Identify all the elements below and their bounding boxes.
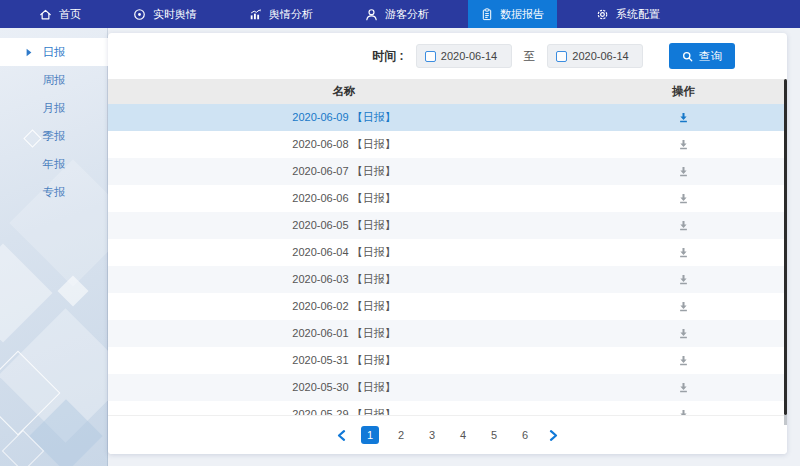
sidebar-item-label: 年报 (43, 157, 66, 172)
table-row[interactable]: 2020-06-02 【日报】 (108, 293, 787, 320)
sidebar-item-label: 月报 (43, 101, 66, 116)
table-body: 2020-06-09 【日报】 2020-06-08 【日报】 2020-06-… (108, 104, 787, 415)
sidebar-pattern (57, 275, 88, 306)
end-date-input[interactable]: 2020-06-14 (547, 44, 643, 68)
download-icon[interactable] (678, 328, 689, 339)
table-row[interactable]: 2020-06-05 【日报】 (108, 212, 787, 239)
report-name[interactable]: 2020-06-07 【日报】 (108, 164, 580, 179)
sidebar-item[interactable]: 专报 (0, 178, 108, 206)
filter-bar: 时间 : 2020-06-14 至 2020-06-14 查询 (108, 33, 787, 79)
page-button[interactable]: 2 (392, 426, 410, 444)
scrollbar-track (784, 415, 787, 425)
nav-item-label: 数据报告 (500, 7, 544, 22)
nav-item[interactable]: 数据报告 (468, 0, 557, 28)
report-name[interactable]: 2020-06-02 【日报】 (108, 299, 580, 314)
sidebar-pattern (0, 308, 108, 442)
content-card: 时间 : 2020-06-14 至 2020-06-14 查询 名称 操作 20… (108, 33, 787, 454)
sidebar-item-label: 日报 (43, 45, 66, 60)
to-label: 至 (524, 49, 536, 64)
table-row[interactable]: 2020-06-01 【日报】 (108, 320, 787, 347)
eye-icon (133, 8, 146, 21)
report-name[interactable]: 2020-06-06 【日报】 (108, 191, 580, 206)
search-button[interactable]: 查询 (669, 43, 735, 69)
search-icon (682, 51, 693, 62)
table-row[interactable]: 2020-06-07 【日报】 (108, 158, 787, 185)
nav-item[interactable]: 游客分析 (352, 0, 442, 28)
table-row[interactable]: 2020-06-08 【日报】 (108, 131, 787, 158)
date-checkbox-icon (556, 51, 567, 62)
sidebar: 日报 周报 月报 季报 年报 专报 (0, 28, 108, 466)
report-name[interactable]: 2020-06-05 【日报】 (108, 218, 580, 233)
download-icon[interactable] (678, 220, 689, 231)
nav-item[interactable]: 舆情分析 (236, 0, 326, 28)
search-button-label: 查询 (699, 49, 722, 64)
download-icon[interactable] (678, 247, 689, 258)
sidebar-pattern (0, 351, 60, 436)
gear-icon (596, 8, 609, 21)
download-icon[interactable] (678, 193, 689, 204)
download-icon[interactable] (678, 409, 689, 415)
page-button[interactable]: 6 (516, 426, 534, 444)
download-icon[interactable] (678, 274, 689, 285)
column-header-name: 名称 (108, 84, 580, 99)
column-header-action: 操作 (580, 84, 787, 99)
sidebar-item[interactable]: 月报 (0, 94, 108, 122)
download-icon[interactable] (678, 139, 689, 150)
report-name[interactable]: 2020-05-31 【日报】 (108, 353, 580, 368)
chevron-right-icon[interactable] (547, 430, 560, 441)
nav-item-label: 游客分析 (385, 7, 429, 22)
page-button[interactable]: 3 (423, 426, 441, 444)
sidebar-item[interactable]: 年报 (0, 150, 108, 178)
bar-chart-icon (249, 8, 262, 21)
time-filter-label: 时间 : (372, 48, 403, 65)
report-name[interactable]: 2020-05-29 【日报】 (108, 407, 580, 415)
report-name[interactable]: 2020-05-30 【日报】 (108, 380, 580, 395)
page-button[interactable]: 4 (454, 426, 472, 444)
nav-item-label: 首页 (59, 7, 81, 22)
sidebar-pattern (29, 399, 103, 466)
download-icon[interactable] (678, 112, 689, 123)
table-row[interactable]: 2020-06-06 【日报】 (108, 185, 787, 212)
sidebar-item-label: 周报 (43, 73, 66, 88)
nav-item-label: 实时舆情 (153, 7, 197, 22)
sidebar-item[interactable]: 季报 (0, 122, 108, 150)
scrollbar-thumb[interactable] (784, 79, 787, 415)
nav-item-label: 舆情分析 (269, 7, 313, 22)
sidebar-menu: 日报 周报 月报 季报 年报 专报 (0, 28, 108, 206)
page-list: 123456 (361, 426, 534, 444)
user-icon (365, 8, 378, 21)
table-row[interactable]: 2020-06-04 【日报】 (108, 239, 787, 266)
home-icon (39, 8, 52, 21)
start-date-value: 2020-06-14 (436, 50, 503, 62)
table-row[interactable]: 2020-05-29 【日报】 (108, 401, 787, 415)
sidebar-item-label: 专报 (43, 185, 66, 200)
report-name[interactable]: 2020-06-04 【日报】 (108, 245, 580, 260)
download-icon[interactable] (678, 382, 689, 393)
main-content: 时间 : 2020-06-14 至 2020-06-14 查询 名称 操作 20… (108, 28, 800, 466)
page-button[interactable]: 5 (485, 426, 503, 444)
table-row[interactable]: 2020-06-03 【日报】 (108, 266, 787, 293)
page-button[interactable]: 1 (361, 426, 379, 444)
report-name[interactable]: 2020-06-09 【日报】 (108, 110, 580, 125)
triangle-right-icon (26, 48, 32, 57)
download-icon[interactable] (678, 301, 689, 312)
end-date-value: 2020-06-14 (567, 50, 634, 62)
nav-item[interactable]: 首页 (26, 0, 94, 28)
sidebar-item[interactable]: 周报 (0, 66, 108, 94)
download-icon[interactable] (678, 166, 689, 177)
table-row[interactable]: 2020-06-09 【日报】 (108, 104, 787, 131)
report-name[interactable]: 2020-06-08 【日报】 (108, 137, 580, 152)
report-name[interactable]: 2020-06-01 【日报】 (108, 326, 580, 341)
table-row[interactable]: 2020-05-31 【日报】 (108, 347, 787, 374)
start-date-input[interactable]: 2020-06-14 (416, 44, 512, 68)
chevron-left-icon[interactable] (335, 430, 348, 441)
table-row[interactable]: 2020-05-30 【日报】 (108, 374, 787, 401)
nav-item[interactable]: 实时舆情 (120, 0, 210, 28)
date-checkbox-icon (425, 51, 436, 62)
report-name[interactable]: 2020-06-03 【日报】 (108, 272, 580, 287)
sidebar-item[interactable]: 日报 (0, 38, 108, 66)
nav-item[interactable]: 系统配置 (583, 0, 673, 28)
top-nav: 首页 实时舆情 舆情分析 游客分析 数据报告 系统配置 (0, 0, 800, 28)
table-header: 名称 操作 (108, 79, 787, 104)
download-icon[interactable] (678, 355, 689, 366)
